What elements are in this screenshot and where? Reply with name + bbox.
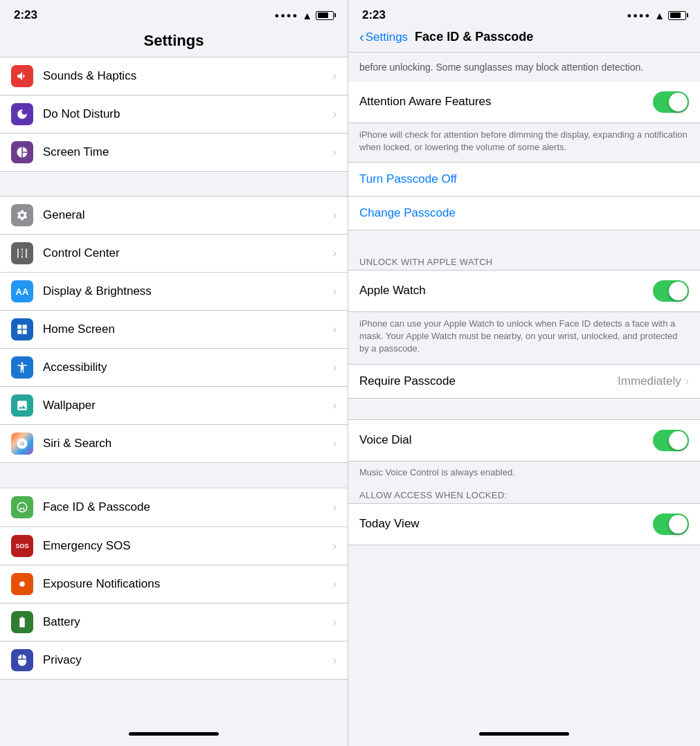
require-passcode-label: Require Passcode (359, 374, 618, 388)
apple-watch-desc: iPhone can use your Apple Watch to unloc… (348, 312, 700, 364)
settings-group-3: Face ID & Passcode › SOS Emergency SOS ›… (0, 487, 348, 680)
sidebar-item-emergency-sos[interactable]: SOS Emergency SOS › (0, 527, 348, 565)
sidebar-item-battery[interactable]: Battery › (0, 603, 348, 642)
screen-time-chevron: › (333, 146, 336, 158)
right-wifi-icon: ▲ (654, 10, 665, 21)
sidebar-item-general[interactable]: General › (0, 196, 348, 235)
voice-dial-row[interactable]: Voice Dial (348, 419, 700, 462)
right-time: 2:23 (362, 8, 386, 22)
svg-point-0 (19, 581, 25, 587)
left-page-title: Settings (0, 26, 348, 57)
divider-1 (0, 172, 348, 196)
right-status-icons: ●●●● ▲ (627, 10, 686, 21)
today-view-row[interactable]: Today View (348, 503, 700, 545)
divider-2 (0, 463, 348, 487)
general-label: General (43, 208, 333, 222)
today-view-label: Today View (359, 517, 653, 531)
wallpaper-icon (11, 394, 33, 417)
sidebar-item-home-screen[interactable]: Home Screen › (0, 311, 348, 349)
sidebar-item-screen-time[interactable]: Screen Time › (0, 134, 348, 172)
change-passcode-button[interactable]: Change Passcode (348, 197, 700, 230)
gap-1 (348, 230, 700, 251)
control-center-chevron: › (333, 247, 336, 260)
display-brightness-label: Display & Brightness (43, 284, 333, 298)
accessibility-label: Accessibility (43, 361, 333, 374)
bottom-spacer-right (348, 545, 700, 580)
sidebar-item-accessibility[interactable]: Accessibility › (0, 349, 348, 387)
right-battery-icon (668, 11, 686, 20)
apple-watch-toggle[interactable] (653, 280, 689, 302)
home-screen-chevron: › (333, 323, 336, 336)
battery-fill (318, 12, 329, 18)
privacy-icon (11, 649, 33, 671)
control-center-icon (11, 242, 33, 264)
sidebar-item-sounds-haptics[interactable]: Sounds & Haptics › (0, 57, 348, 95)
home-screen-label: Home Screen (43, 322, 333, 336)
left-time: 2:23 (14, 8, 37, 22)
sidebar-item-wallpaper[interactable]: Wallpaper › (0, 387, 348, 425)
exposure-chevron: › (333, 578, 336, 590)
screen-time-label: Screen Time (43, 145, 333, 159)
voice-dial-knob (669, 431, 688, 450)
bottom-spacer (0, 680, 348, 707)
back-button[interactable]: ‹ Settings (359, 29, 408, 45)
wifi-icon: ▲ (302, 10, 312, 21)
attention-aware-toggle[interactable] (653, 91, 689, 113)
allow-access-locked-label: ALLOW ACCESS WHEN LOCKED: (348, 484, 700, 503)
face-id-chevron: › (333, 501, 336, 513)
privacy-label: Privacy (43, 653, 333, 667)
unlock-with-watch-label: UNLOCK WITH APPLE WATCH (348, 251, 700, 270)
battery-label: Battery (43, 615, 333, 629)
back-label: Settings (366, 30, 408, 44)
require-passcode-value: Immediately (618, 374, 681, 388)
privacy-chevron: › (333, 654, 336, 666)
require-passcode-row[interactable]: Require Passcode Immediately › (348, 364, 700, 399)
sidebar-item-face-id-passcode[interactable]: Face ID & Passcode › (0, 487, 348, 527)
face-id-label: Face ID & Passcode (43, 500, 333, 514)
emergency-sos-label: Emergency SOS (43, 539, 333, 553)
accessibility-icon (11, 356, 33, 379)
exposure-icon (11, 573, 33, 595)
sidebar-item-privacy[interactable]: Privacy › (0, 642, 348, 680)
apple-watch-label: Apple Watch (359, 284, 653, 298)
sidebar-item-control-center[interactable]: Control Center › (0, 235, 348, 273)
voice-dial-toggle[interactable] (653, 430, 689, 451)
right-battery-fill (670, 12, 681, 18)
turn-passcode-off-button[interactable]: Turn Passcode Off (348, 162, 700, 197)
today-view-toggle[interactable] (653, 513, 689, 535)
right-page-title: Face ID & Passcode (415, 30, 533, 44)
sidebar-item-siri-search[interactable]: Siri & Search › (0, 425, 348, 463)
apple-watch-row[interactable]: Apple Watch (348, 270, 700, 312)
back-chevron-icon: ‹ (359, 29, 364, 45)
voice-dial-label: Voice Dial (359, 433, 653, 447)
display-brightness-icon: AA (11, 280, 33, 302)
wallpaper-chevron: › (333, 399, 336, 412)
gap-2 (348, 399, 700, 419)
signal-icon: ●●●● (275, 11, 299, 19)
general-icon (11, 204, 33, 226)
emergency-sos-icon: SOS (11, 535, 33, 557)
siri-search-chevron: › (333, 437, 336, 450)
siri-search-label: Siri & Search (43, 437, 333, 451)
attention-aware-row[interactable]: Attention Aware Features (348, 82, 700, 123)
sidebar-item-do-not-disturb[interactable]: Do Not Disturb › (0, 95, 348, 134)
left-home-bar-line (129, 732, 219, 736)
home-screen-icon (11, 318, 33, 340)
sidebar-item-display-brightness[interactable]: AA Display & Brightness › (0, 273, 348, 311)
sounds-haptics-chevron: › (333, 70, 336, 82)
settings-group-1: Sounds & Haptics › Do Not Disturb › Scre… (0, 57, 348, 172)
right-signal-icon: ●●●● (627, 11, 652, 19)
attention-desc: iPhone will check for attention before d… (348, 123, 700, 162)
right-nav: ‹ Settings Face ID & Passcode (348, 26, 700, 53)
left-status-bar: 2:23 ●●●● ▲ (0, 0, 348, 26)
display-brightness-chevron: › (333, 285, 336, 298)
right-status-bar: 2:23 ●●●● ▲ (348, 0, 700, 26)
left-panel: 2:23 ●●●● ▲ Settings Sounds & Haptics › (0, 0, 348, 746)
sidebar-item-exposure-notifications[interactable]: Exposure Notifications › (0, 565, 348, 603)
general-chevron: › (333, 209, 336, 221)
attention-aware-knob (669, 93, 688, 111)
battery-icon (316, 11, 334, 20)
wallpaper-label: Wallpaper (43, 399, 333, 412)
control-center-label: Control Center (43, 246, 333, 260)
left-home-bar (0, 725, 348, 746)
